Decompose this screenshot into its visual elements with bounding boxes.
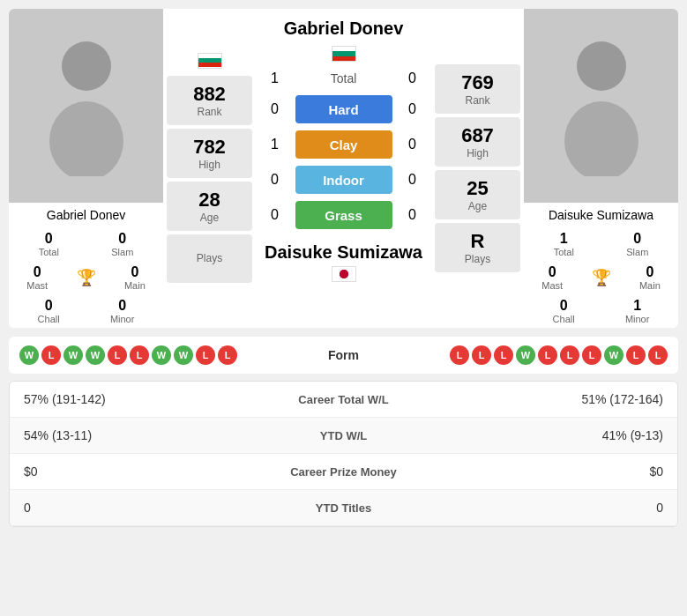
player2-trophy-row: 0 Mast 🏆 0 Main — [524, 261, 678, 294]
player2-main: 0 — [646, 264, 653, 280]
form-badge-p2: L — [538, 345, 557, 365]
clay-row: 1 Clay 0 — [260, 130, 427, 159]
player2-age-box: 25 Age — [435, 170, 520, 219]
player2-photo — [524, 9, 678, 203]
svg-point-0 — [62, 41, 111, 91]
player1-minor: 0 — [118, 298, 126, 314]
titles-p1: 0 — [24, 501, 265, 515]
player2-high-value: 687 — [461, 124, 494, 147]
grass-score-p1: 0 — [262, 207, 288, 223]
hard-score-p1: 0 — [262, 101, 288, 117]
player2-center-name: Daisuke Sumizawa — [265, 242, 422, 262]
player1-mast: 0 — [34, 264, 41, 280]
form-badge-p1: L — [196, 345, 215, 365]
player1-slam: 0 — [118, 231, 126, 247]
player1-total-label: Total — [39, 247, 59, 257]
stats-table: 57% (191-142) Career Total W/L 51% (172-… — [9, 381, 678, 527]
player1-plays-label: Plays — [197, 252, 222, 264]
indoor-button[interactable]: Indoor — [295, 166, 392, 194]
player1-bottom-stats: 0 Chall 0 Minor — [9, 294, 163, 328]
player1-photo — [9, 9, 163, 203]
indoor-score-p2: 0 — [400, 172, 426, 188]
player2-total: 1 — [560, 231, 568, 247]
form-badge-p1: W — [63, 345, 83, 365]
form-badge-p2: L — [494, 345, 513, 365]
form-badge-p2: L — [582, 345, 601, 365]
player1-age-label: Age — [200, 212, 219, 224]
player1-mast-label: Mast — [26, 280, 48, 291]
player1-high-value: 782 — [193, 136, 226, 159]
player2-rank-box: 769 Rank — [435, 64, 520, 114]
grass-button[interactable]: Grass — [295, 201, 392, 229]
form-badge-p1: L — [218, 345, 237, 365]
ytd-wl-p2: 41% (9-13) — [423, 428, 664, 442]
player2-total-label: Total — [554, 247, 574, 257]
clay-button[interactable]: Clay — [295, 130, 392, 159]
ytd-wl-p1: 54% (13-11) — [24, 428, 265, 442]
player2-name: Daisuke Sumizawa — [524, 203, 678, 227]
player1-main: 0 — [131, 264, 138, 280]
form-right: LLLWLLLWLL — [397, 345, 668, 365]
total-row: 1 Total 0 — [260, 71, 427, 86]
titles-row: 0 YTD Titles 0 — [10, 490, 677, 526]
career-wl-p2: 51% (172-164) — [423, 392, 664, 406]
hard-score-p2: 0 — [400, 101, 426, 117]
player2-stats-panel: 769 Rank 687 High 25 Age R Plays — [431, 9, 524, 328]
main-container: Gabriel Donev 0 Total 0 Slam 0 Mast 🏆 — [0, 0, 687, 536]
form-badge-p2: L — [472, 345, 491, 365]
player1-main-label: Main — [124, 280, 146, 291]
player2-bottom-stats: 0 Chall 1 Minor — [524, 294, 678, 328]
grass-score-p2: 0 — [400, 207, 426, 223]
trophy1-icon: 🏆 — [77, 268, 96, 287]
career-wl-label: Career Total W/L — [265, 393, 423, 406]
trophy2-icon: 🏆 — [592, 268, 611, 287]
player2-plays-box: R Plays — [435, 223, 520, 272]
hard-button[interactable]: Hard — [295, 95, 392, 123]
prize-p1: $0 — [24, 464, 265, 479]
prize-p2: $0 — [423, 464, 664, 479]
player2-slam: 0 — [633, 231, 641, 247]
career-wl-p1: 57% (191-142) — [24, 392, 265, 406]
player2-age-label: Age — [468, 200, 487, 212]
prize-label: Career Prize Money — [265, 465, 423, 479]
player1-high-label: High — [198, 159, 220, 171]
player1-rank-label: Rank — [197, 106, 221, 118]
form-badge-p2: L — [626, 345, 646, 365]
svg-point-3 — [564, 101, 638, 176]
form-badge-p1: W — [19, 345, 39, 365]
total-score-p2: 0 — [400, 71, 426, 86]
player1-name: Gabriel Donev — [9, 203, 163, 227]
player1-age-value: 28 — [198, 189, 220, 212]
player2-mini-stats: 1 Total 0 Slam — [524, 227, 678, 261]
form-badge-p2: L — [560, 345, 579, 365]
form-badge-p1: W — [152, 345, 171, 365]
player2-minor: 1 — [633, 298, 641, 314]
career-wl-row: 57% (191-142) Career Total W/L 51% (172-… — [10, 382, 677, 418]
player1-stats-panel: 882 Rank 782 High 28 Age Plays — [163, 9, 256, 328]
svg-point-2 — [577, 41, 626, 91]
form-badge-p1: L — [108, 345, 127, 365]
form-left: WLWWLLWWLL — [19, 345, 291, 365]
form-badge-p2: L — [450, 345, 469, 365]
player2-age-value: 25 — [467, 177, 488, 200]
player1-chall-label: Chall — [38, 314, 60, 324]
form-badge-p1: L — [130, 345, 149, 365]
player2-chall-label: Chall — [553, 314, 575, 324]
indoor-score-p1: 0 — [262, 172, 288, 188]
form-section: WLWWLLWWLL Form LLLWLLLWLL — [9, 337, 678, 374]
player2-mast: 0 — [549, 264, 556, 280]
hard-row: 0 Hard 0 — [260, 95, 427, 123]
form-badge-p2: W — [604, 345, 624, 365]
total-score-p1: 1 — [262, 71, 288, 86]
prize-row: $0 Career Prize Money $0 — [10, 454, 677, 490]
player1-chall: 0 — [45, 298, 53, 314]
form-badge-p1: W — [174, 345, 193, 365]
form-badge-p1: W — [86, 345, 105, 365]
clay-score-p2: 0 — [400, 137, 426, 152]
form-center-label: Form — [291, 348, 397, 362]
center-column: Gabriel Donev 1 Total 0 0 — [256, 9, 431, 328]
player2-section: Daisuke Sumizawa 1 Total 0 Slam 0 Mast 🏆 — [524, 9, 678, 328]
form-badge-p2: L — [648, 345, 668, 365]
player2-rank-label: Rank — [465, 94, 489, 107]
player1-plays-box: Plays — [167, 234, 252, 283]
